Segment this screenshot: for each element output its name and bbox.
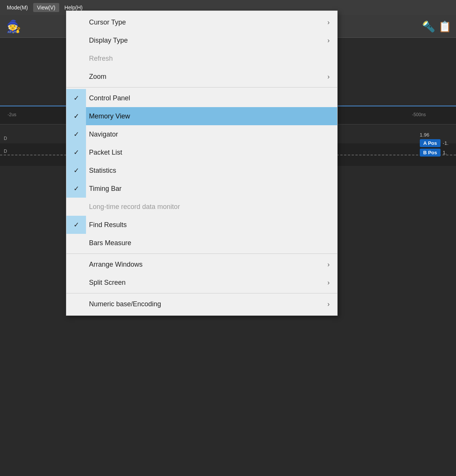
- menu-item-memory-view[interactable]: ✓Memory View: [66, 107, 337, 125]
- menu-label-refresh: Refresh: [89, 55, 113, 63]
- menu-item-navigator[interactable]: ✓Navigator: [66, 125, 337, 143]
- menu-item-split-screen[interactable]: Split Screen›: [66, 273, 337, 292]
- menu-label-statistics: Statistics: [89, 167, 116, 175]
- arrow-cursor-type: ›: [327, 18, 330, 26]
- check-bg-memory-view: ✓: [66, 107, 86, 125]
- menu-label-split-screen: Split Screen: [89, 279, 126, 287]
- menu-item-arrange-windows[interactable]: Arrange Windows›: [66, 255, 337, 273]
- menu-item-refresh: Refresh: [66, 49, 337, 68]
- menu-label-long-time: Long-time record data monitor: [89, 203, 180, 211]
- menu-label-zoom: Zoom: [89, 73, 106, 81]
- menu-divider-17: [66, 293, 337, 293]
- view-dropdown-menu: Cursor Type›Display Type›RefreshZoom›✓Co…: [66, 11, 338, 316]
- arrow-numeric-base: ›: [327, 300, 330, 308]
- check-bg-timing-bar: ✓: [66, 180, 86, 198]
- check-bg-statistics: ✓: [66, 161, 86, 180]
- menu-label-bars-measure: Bars Measure: [89, 239, 131, 247]
- menu-label-timing-bar: Timing Bar: [89, 185, 121, 193]
- menu-label-numeric-base: Numeric base/Encoding: [89, 300, 161, 308]
- check-bg-find-results: ✓: [66, 216, 86, 234]
- menu-label-display-type: Display Type: [89, 37, 128, 45]
- menu-divider-4: [66, 87, 337, 88]
- menu-item-cursor-type[interactable]: Cursor Type›: [66, 13, 337, 31]
- menu-label-memory-view: Memory View: [89, 112, 130, 120]
- arrow-split-screen: ›: [327, 279, 330, 287]
- menu-item-control-panel[interactable]: ✓Control Panel: [66, 89, 337, 107]
- menu-item-timing-bar[interactable]: ✓Timing Bar: [66, 180, 337, 198]
- check-bg-packet-list: ✓: [66, 143, 86, 161]
- menu-label-navigator: Navigator: [89, 131, 118, 138]
- overlay: Cursor Type›Display Type›RefreshZoom›✓Co…: [0, 0, 456, 476]
- menu-label-find-results: Find Results: [89, 221, 127, 229]
- menu-item-zoom[interactable]: Zoom›: [66, 68, 337, 86]
- menu-item-long-time: Long-time record data monitor: [66, 198, 337, 216]
- menu-item-packet-list[interactable]: ✓Packet List: [66, 143, 337, 161]
- menu-item-find-results[interactable]: ✓Find Results: [66, 216, 337, 234]
- check-bg-navigator: ✓: [66, 125, 86, 143]
- menu-label-packet-list: Packet List: [89, 149, 122, 157]
- arrow-display-type: ›: [327, 37, 330, 45]
- menu-item-bars-measure[interactable]: Bars Measure: [66, 234, 337, 252]
- arrow-arrange-windows: ›: [327, 261, 330, 269]
- menu-label-control-panel: Control Panel: [89, 94, 130, 102]
- arrow-zoom: ›: [327, 73, 330, 81]
- menu-item-display-type[interactable]: Display Type›: [66, 31, 337, 49]
- menu-label-arrange-windows: Arrange Windows: [89, 261, 143, 269]
- menu-item-statistics[interactable]: ✓Statistics: [66, 161, 337, 180]
- menu-label-cursor-type: Cursor Type: [89, 18, 126, 26]
- check-bg-control-panel: ✓: [66, 89, 86, 107]
- menu-item-numeric-base[interactable]: Numeric base/Encoding›: [66, 295, 337, 313]
- menu-divider-14: [66, 253, 337, 254]
